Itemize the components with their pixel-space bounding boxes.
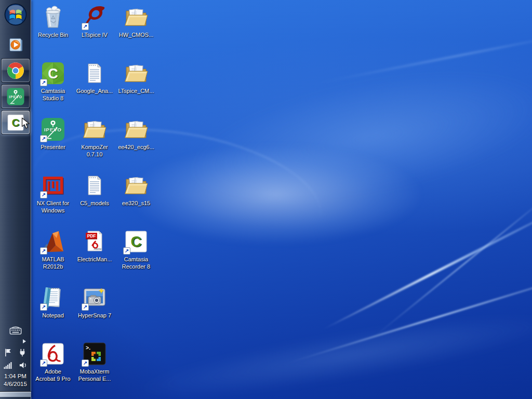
desktop-icon-label: HyperSnap 7 xyxy=(78,312,111,320)
taskbar-item-media-player[interactable] xyxy=(2,34,30,57)
taskbar-item-chrome[interactable] xyxy=(1,58,30,83)
taskbar-item-camtasia[interactable]: C C xyxy=(1,110,30,135)
desktop-icon-hypersnap-7[interactable]: ↗HyperSnap 7 xyxy=(74,283,115,339)
desktop-icon-nx-client-for-windows[interactable]: ↗NX Client forWindows xyxy=(32,170,74,227)
desktop-icon-label: HW_CMOS... xyxy=(119,32,154,39)
desktop-icon-ltspice-cm[interactable]: LTspice_CM... xyxy=(115,58,157,114)
desktop-icon-electricman[interactable]: PDFAdobeElectricMan... xyxy=(74,227,115,283)
desktop-icon-label: CamtasiaStudio 8 xyxy=(41,88,65,102)
wallpaper-ray xyxy=(288,262,532,364)
taskbar-item-ipevo[interactable]: IPEVO IPEVO xyxy=(1,84,30,109)
desktop: { "wallpaper": { "base_color": "#1f58c8"… xyxy=(0,0,532,399)
shortcut-arrow-icon: ↗ xyxy=(40,135,47,142)
desktop-icon-label: ElectricMan... xyxy=(77,256,112,263)
show-desktop-button[interactable] xyxy=(0,391,31,397)
svg-text:Adobe: Adobe xyxy=(94,247,101,250)
camtasia-icon: C C xyxy=(6,113,25,132)
start-orb-icon xyxy=(4,3,28,26)
ipevo-icon: IPEVOIPEVO↗ xyxy=(41,117,65,142)
recycle-icon xyxy=(41,5,65,30)
shortcut-arrow-icon: ↗ xyxy=(40,79,47,86)
desktop-icon-label: MATLABR2012b xyxy=(42,256,64,270)
nx-icon: ↗ xyxy=(41,173,65,198)
desktop-icon-label: Google_Ana... xyxy=(76,88,113,95)
ltspice-icon: ↗ xyxy=(82,5,107,30)
windows-media-player-icon xyxy=(6,35,25,55)
touch-keyboard-icon[interactable] xyxy=(9,326,22,335)
desktop-icon-label: MobaXtermPersonal E... xyxy=(78,368,111,382)
network-signal-icon[interactable] xyxy=(3,362,12,369)
action-center-flag-icon[interactable] xyxy=(4,348,12,357)
shortcut-arrow-icon: ↗ xyxy=(82,360,89,367)
desktop-icon-hw-cmos[interactable]: HW_CMOS... xyxy=(115,2,157,58)
show-hidden-icons-arrow[interactable] xyxy=(23,339,26,343)
desktop-icon-label: NX Client forWindows xyxy=(37,200,69,214)
svg-text:C: C xyxy=(48,66,58,82)
clock[interactable]: 1:04 PM 4/6/2015 xyxy=(4,373,27,388)
desktop-icon-label: KompoZer0.7.10 xyxy=(81,144,108,158)
desktop-icon-matlab-r2012b[interactable]: ↗MATLABR2012b xyxy=(32,227,74,283)
desktop-icon-presenter[interactable]: IPEVOIPEVO↗Presenter xyxy=(32,114,74,170)
desktop-icon-camtasia-studio-8[interactable]: CC↗CamtasiaStudio 8 xyxy=(32,58,74,114)
folder-icon xyxy=(82,117,107,142)
wallpaper-glow xyxy=(130,145,421,244)
desktop-icon-ee420-ecg6[interactable]: ee420_ecg6... xyxy=(115,114,157,170)
desktop-icon-label: LTspice IV xyxy=(82,32,108,39)
desktop-icon-label: ee320_s15 xyxy=(122,200,150,207)
textdoc-icon xyxy=(82,61,107,86)
wallpaper-ray xyxy=(314,31,532,84)
desktop-icon-label: AdobeAcrobat 9 Pro xyxy=(35,368,70,382)
desktop-icon-ltspice-iv[interactable]: ↗LTspice IV xyxy=(74,2,115,58)
wallpaper-light-band xyxy=(164,42,532,234)
folder-icon xyxy=(124,173,149,198)
shortcut-arrow-icon: ↗ xyxy=(40,360,47,367)
wallpaper-ray xyxy=(322,196,532,331)
desktop-icon-kompozer-0-7-10[interactable]: KompoZer0.7.10 xyxy=(74,114,115,170)
desktop-icon-label: Presenter xyxy=(41,144,65,151)
notification-area: 1:04 PM 4/6/2015 xyxy=(0,322,31,399)
shortcut-arrow-icon: ↗ xyxy=(82,23,89,30)
textdoc-icon xyxy=(82,173,107,198)
shortcut-arrow-icon: ↗ xyxy=(40,247,47,255)
ipevo-presenter-icon: IPEVO IPEVO xyxy=(6,87,25,106)
wallpaper-ray xyxy=(369,185,532,340)
desktop-icon-ee320-s15[interactable]: ee320_s15 xyxy=(115,170,157,227)
clock-time: 1:04 PM xyxy=(4,373,27,380)
pdf-icon: PDFAdobe xyxy=(82,229,107,254)
desktop-icon-label: Recycle Bin xyxy=(38,32,68,39)
svg-text:PDF: PDF xyxy=(87,233,96,238)
notepad-icon: ↗ xyxy=(41,285,65,310)
camtasia-rec-icon: CC↗ xyxy=(124,229,149,254)
desktop-icon-label: ee420_ecg6... xyxy=(118,144,154,151)
taskbar: IPEVO IPEVO C C xyxy=(0,0,31,399)
svg-text:C: C xyxy=(131,233,142,250)
svg-text:C: C xyxy=(11,116,19,128)
desktop-icon-label: C5_models xyxy=(80,200,109,207)
acrobat-icon: ↗ xyxy=(41,341,65,366)
folder-icon xyxy=(124,61,149,86)
volume-speaker-icon[interactable] xyxy=(19,362,28,369)
desktop-icon-mobaxterm-personal-e[interactable]: >.↗MobaXtermPersonal E... xyxy=(74,339,115,395)
shortcut-arrow-icon: ↗ xyxy=(82,303,89,311)
clock-date: 4/6/2015 xyxy=(4,380,27,388)
desktop-icon-label: Notepad xyxy=(42,312,64,320)
desktop-icon-label: LTspice_CM... xyxy=(118,88,154,95)
power-plug-icon[interactable] xyxy=(18,348,26,357)
moba-icon: >.↗ xyxy=(82,341,107,366)
folder-icon xyxy=(124,117,149,142)
desktop-icon-google-ana[interactable]: Google_Ana... xyxy=(74,58,115,114)
chrome-icon xyxy=(6,61,25,81)
desktop-icon-notepad[interactable]: ↗Notepad xyxy=(32,283,74,339)
wallpaper-ray xyxy=(134,299,532,399)
desktop-icon-c5-models[interactable]: C5_models xyxy=(74,170,115,227)
desktop-icon-recycle-bin[interactable]: Recycle Bin xyxy=(32,2,74,58)
desktop-icon-camtasia-recorder-8[interactable]: CC↗CamtasiaRecorder 8 xyxy=(115,227,157,283)
desktop-icon-grid: Recycle BinCC↗CamtasiaStudio 8IPEVOIPEVO… xyxy=(32,2,157,395)
folder-icon xyxy=(124,5,149,30)
shortcut-arrow-icon: ↗ xyxy=(40,303,47,311)
start-button[interactable] xyxy=(4,3,28,26)
svg-text:>.: >. xyxy=(86,344,90,351)
hypersnap-icon: ↗ xyxy=(82,285,107,310)
desktop-icon-adobe-acrobat-9-pro[interactable]: ↗AdobeAcrobat 9 Pro xyxy=(32,339,74,395)
desktop-icon-label: CamtasiaRecorder 8 xyxy=(122,256,150,270)
